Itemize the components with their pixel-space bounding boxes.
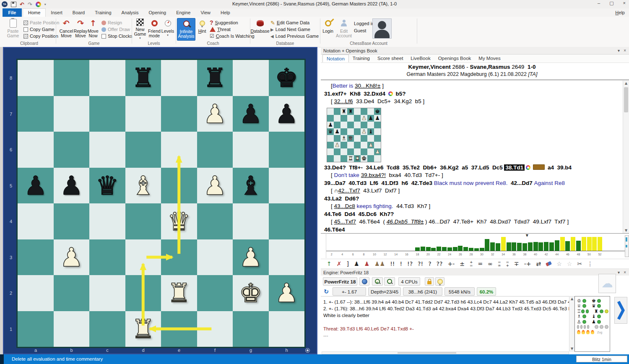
move-text[interactable]: ] [381,83,384,89]
new-game-button[interactable]: New Game ▾ [133,18,147,40]
stop-clocks-checkbox[interactable] [101,34,106,39]
chess-piece[interactable]: ♟ [54,168,90,204]
star-icon[interactable]: ☆ [556,260,562,268]
scroll-up-icon[interactable]: ▲ [569,297,575,301]
move-list[interactable]: [Better is 30...Kh8!± ]31.exf7+ Kh8 32.D… [321,81,623,233]
board-square[interactable] [233,132,269,168]
eval-bar[interactable] [517,243,522,251]
cpus-button[interactable]: 4 CPUs [398,277,420,286]
board-square[interactable] [54,203,90,239]
notation-tab-livebook[interactable]: LiveBook [407,55,434,62]
chess-piece[interactable]: ♚ [269,60,305,96]
move-text[interactable]: b5? [394,91,406,97]
avatar[interactable] [372,18,392,39]
move-text[interactable]: 42...Txf7 [338,187,360,194]
panel-close-icon[interactable]: × [624,47,626,55]
black-player-name[interactable]: Svane,Rasmus [470,64,510,70]
tab-board[interactable]: Board [68,8,90,17]
chess-piece[interactable]: ♝ [233,168,269,204]
board-square[interactable] [54,60,90,96]
move-text[interactable]: 31.exf7+ Kh8 32.Dxd4 [324,91,387,97]
chess-piece[interactable]: ♟ [197,96,233,132]
eval-bar[interactable] [507,242,511,251]
move-text[interactable]: 44.Te6 Dd4 45.Dc6 Kh7? [324,211,394,217]
refresh-button[interactable]: ↻ [322,287,330,296]
move-text[interactable]: 38.Td1 [504,164,525,171]
bracket-icon[interactable]: ] [346,260,348,268]
redo-icon[interactable]: ↷ [28,2,32,7]
board-square[interactable] [54,132,90,168]
scroll-thumb[interactable] [624,87,628,112]
board-square[interactable] [197,275,233,311]
eval-bar[interactable] [480,248,484,251]
board-square[interactable] [18,311,54,347]
eval-bar[interactable] [555,240,559,251]
move-text[interactable]: 46.T6e4 ( [356,218,387,225]
white-better-icon[interactable]: ± [460,260,465,268]
move-text[interactable]: 42...Dd7 [507,180,534,186]
board-square[interactable] [89,203,125,239]
board-square[interactable] [18,203,54,239]
board-square[interactable] [18,96,54,132]
zoom-out-button[interactable]: - [384,277,395,286]
clock-stack-icon[interactable]: ⋮ [587,260,593,268]
eval-bar[interactable] [431,248,436,251]
pawn-pair-icon[interactable]: ♟♟ [374,260,385,268]
minimize-button[interactable]: – [598,0,600,6]
compensation-icon[interactable]: =∞ [498,260,501,267]
tab-help[interactable]: Help [216,8,235,17]
eval-bar[interactable] [453,247,457,251]
pawn-red-icon[interactable]: ♟ [364,260,370,268]
move-text[interactable]: a4 39.b4 [546,164,572,171]
board-square[interactable] [269,311,305,347]
chess-piece[interactable]: ♟ [18,168,54,204]
eval-bar[interactable] [533,242,538,251]
eval-bar[interactable] [485,239,489,251]
eval-bar[interactable] [421,247,425,251]
dubious-icon[interactable]: ?! [418,260,423,268]
brilliant-icon[interactable]: !! [390,260,395,268]
board-square[interactable] [197,203,233,239]
chess-piece[interactable]: ♜ [125,60,161,96]
tab-home[interactable]: Home [23,8,46,17]
board-square[interactable] [233,60,269,96]
eval-bar[interactable] [442,247,447,251]
chess-piece[interactable]: ♜ [125,311,161,347]
eval-bar[interactable] [560,237,565,251]
pawn-black-icon[interactable]: ♟ [354,260,359,268]
move-arrow-icon[interactable]: ↑ [327,260,332,268]
threat-item[interactable]: Threat [210,26,255,33]
move-text[interactable]: [ ∩ [331,187,338,194]
panel-collapse-icon[interactable]: ▾ [618,47,620,55]
eval-bar[interactable] [463,247,468,251]
board-square[interactable] [269,168,305,204]
engine-scrollbar-vertical[interactable]: ▲ ▼ [569,296,574,351]
chess-piece[interactable]: ♟ [197,168,233,204]
ta-badge-icon[interactable]: TA [2,1,8,7]
chess-piece[interactable]: ♝ [125,168,161,204]
move-text[interactable]: [ [331,98,334,104]
board-square[interactable] [54,311,90,347]
white-winning-icon[interactable]: +- [447,260,455,268]
tab-file[interactable]: File [3,8,22,17]
hint-button[interactable]: Hint [196,18,208,40]
board-square[interactable] [18,132,54,168]
edit-account-button[interactable]: Edit Account [335,18,352,40]
load-previous-game-item[interactable]: ◀Load Previous Game [270,33,319,39]
close-button[interactable]: × [623,0,626,6]
eval-bar[interactable] [490,242,495,251]
board-square[interactable] [233,203,269,239]
eraser-icon[interactable] [546,261,552,267]
engine-name-button[interactable]: PowerFritz 18 [323,277,357,286]
more-icon[interactable]: ▾ [44,3,46,6]
move-text[interactable]: 39...Da7 40.Td3 Lf6 41.Df3 h6 42.Tde3 [324,180,434,186]
paste-position-item[interactable]: Paste Position [23,19,59,26]
board-square[interactable] [125,132,161,168]
chess-piece[interactable]: ♟ [54,239,90,276]
equal-icon[interactable]: = [478,260,483,268]
help-menu-right[interactable]: Help [615,8,625,17]
coach-is-watching-item[interactable]: ☑Coach Is Watching [210,33,255,39]
eval-bar[interactable] [549,242,554,251]
chess-piece[interactable]: ♜ [197,60,233,96]
move-text[interactable]: [ [331,218,334,225]
